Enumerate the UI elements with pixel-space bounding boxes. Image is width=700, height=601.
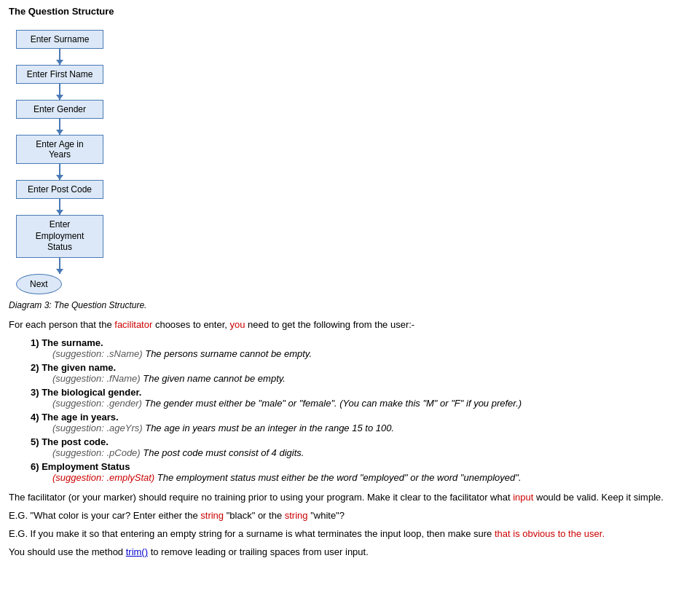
node-employment: Enter EmploymentStatus bbox=[16, 215, 103, 258]
item3-label: 3) The biological gender. bbox=[31, 387, 141, 398]
list-item-4: 4) The age in years. (suggestion: .ageYr… bbox=[31, 412, 691, 433]
para1-input: input bbox=[513, 492, 533, 503]
item6-detail: (suggestion: .emplyStat) The employment … bbox=[52, 472, 522, 483]
node-surname: Enter Surname bbox=[16, 30, 103, 49]
node-postcode: Enter Post Code bbox=[16, 180, 103, 199]
node-firstname: Enter First Name bbox=[16, 65, 103, 84]
intro-paragraph: For each person that the facilitator cho… bbox=[9, 319, 691, 330]
item1-detail: (suggestion: .sName) The persons surname… bbox=[52, 348, 312, 359]
item2-text: The given name cannot be empty. bbox=[143, 373, 286, 384]
arrow-1 bbox=[59, 49, 60, 65]
diagram: Enter Surname Enter First Name Enter Gen… bbox=[16, 30, 691, 294]
para3-before: E.G. If you make it so that entering an … bbox=[9, 528, 495, 539]
item5-detail: (suggestion: .pCode) The post code must … bbox=[52, 447, 304, 458]
arrow-5 bbox=[59, 199, 60, 215]
item6-label: 6) Employment Status bbox=[31, 461, 130, 472]
item3-text: The gender must either be "male" or "fem… bbox=[144, 398, 522, 409]
item4-detail: (suggestion: .ageYrs) The age in years m… bbox=[52, 423, 394, 433]
para2-before: E.G. "What color is your car? Enter eith… bbox=[9, 510, 200, 521]
para2-string2: string bbox=[285, 510, 308, 521]
para-4: You should use the method trim() to remo… bbox=[9, 546, 691, 557]
intro-facilitator: facilitator bbox=[114, 319, 152, 330]
para2-mid: "black" or the bbox=[224, 510, 285, 521]
node-age: Enter Age in Years bbox=[16, 135, 103, 164]
para4-after: to remove leading or trailing spaces fro… bbox=[148, 546, 369, 557]
para2-after: "white"? bbox=[308, 510, 345, 521]
para-1: The facilitator (or your marker) should … bbox=[9, 492, 691, 503]
para-3: E.G. If you make it so that entering an … bbox=[9, 528, 691, 539]
item5-text: The post code must consist of 4 digits. bbox=[143, 447, 304, 458]
item4-text: The age in years must be an integer in t… bbox=[145, 423, 394, 433]
diagram-caption: Diagram 3: The Question Structure. bbox=[9, 300, 691, 310]
item4-label: 4) The age in years. bbox=[31, 412, 119, 423]
item3-detail: (suggestion: .gender) The gender must ei… bbox=[52, 398, 522, 409]
item4-suggestion: (suggestion: .ageYrs) bbox=[52, 423, 143, 433]
arrow-2 bbox=[59, 84, 60, 100]
item1-text: The persons surname cannot be empty. bbox=[145, 348, 312, 359]
list-item-5: 5) The post code. (suggestion: .pCode) T… bbox=[31, 436, 691, 458]
list-item-2: 2) The given name. (suggestion: .fName) … bbox=[31, 362, 691, 384]
node-gender: Enter Gender bbox=[16, 100, 103, 119]
item3-suggestion: (suggestion: .gender) bbox=[52, 398, 142, 409]
para1-after: would be valid. Keep it simple. bbox=[533, 492, 663, 503]
arrow-3 bbox=[59, 119, 60, 135]
intro-before: For each person that the bbox=[9, 319, 114, 330]
list-item-6: 6) Employment Status (suggestion: .emply… bbox=[31, 461, 691, 483]
arrow-6 bbox=[59, 258, 60, 274]
item6-suggestion: (suggestion: .emplyStat) bbox=[52, 472, 154, 483]
para2-string1: string bbox=[200, 510, 224, 521]
item2-label: 2) The given name. bbox=[31, 362, 116, 373]
item6-text: The employment status must either be the… bbox=[157, 472, 522, 483]
item1-suggestion: (suggestion: .sName) bbox=[52, 348, 143, 359]
intro-you: you bbox=[230, 319, 245, 330]
list-item-1: 1) The surname. (suggestion: .sName) The… bbox=[31, 337, 691, 359]
item2-detail: (suggestion: .fName) The given name cann… bbox=[52, 373, 286, 384]
para1-before: The facilitator (or your marker) should … bbox=[9, 492, 513, 503]
items-list: 1) The surname. (suggestion: .sName) The… bbox=[31, 337, 691, 483]
item5-suggestion: (suggestion: .pCode) bbox=[52, 447, 141, 458]
list-item-3: 3) The biological gender. (suggestion: .… bbox=[31, 387, 691, 409]
page-title: The Question Structure bbox=[9, 6, 691, 17]
item1-label: 1) The surname. bbox=[31, 337, 103, 348]
para-2: E.G. "What color is your car? Enter eith… bbox=[9, 510, 691, 521]
para3-highlight: that is obvious to the user. bbox=[495, 528, 605, 539]
para4-before: You should use the method bbox=[9, 546, 126, 557]
intro-middle: chooses to enter, bbox=[152, 319, 229, 330]
item2-suggestion: (suggestion: .fName) bbox=[52, 373, 141, 384]
trim-link[interactable]: trim() bbox=[126, 546, 148, 557]
item5-label: 5) The post code. bbox=[31, 436, 109, 447]
arrow-4 bbox=[59, 164, 60, 180]
intro-after: need to get the following from the user:… bbox=[245, 319, 415, 330]
node-next: Next bbox=[16, 274, 62, 294]
